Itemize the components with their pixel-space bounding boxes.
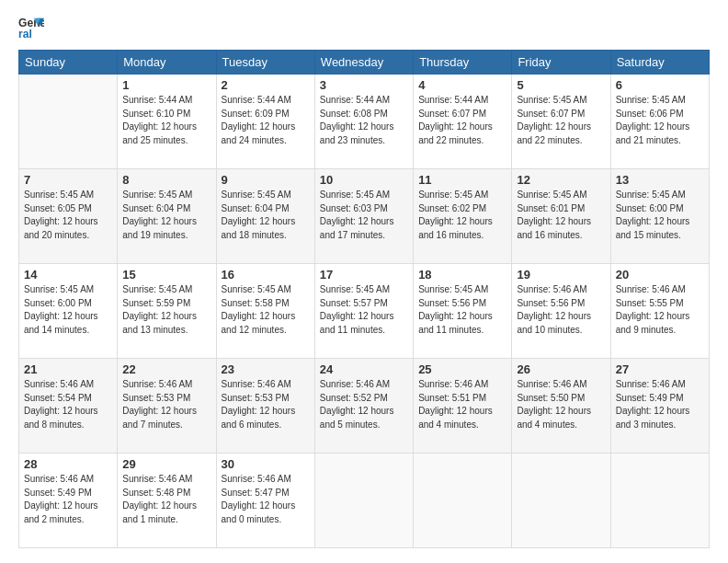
day-info: Sunrise: 5:45 AM Sunset: 6:03 PM Dayligh…	[320, 189, 408, 242]
calendar-cell: 6Sunrise: 5:45 AM Sunset: 6:06 PM Daylig…	[610, 75, 709, 169]
calendar-cell: 3Sunrise: 5:44 AM Sunset: 6:08 PM Daylig…	[314, 75, 413, 169]
day-number: 9	[222, 173, 310, 187]
day-number: 29	[122, 457, 210, 471]
day-info: Sunrise: 5:45 AM Sunset: 6:00 PM Dayligh…	[616, 189, 704, 242]
day-number: 14	[24, 268, 112, 282]
calendar-cell: 7Sunrise: 5:45 AM Sunset: 6:05 PM Daylig…	[19, 169, 118, 264]
day-number: 26	[517, 362, 605, 376]
calendar-cell: 15Sunrise: 5:45 AM Sunset: 5:59 PM Dayli…	[118, 264, 216, 359]
day-info: Sunrise: 5:44 AM Sunset: 6:10 PM Dayligh…	[122, 94, 210, 147]
day-number: 2	[222, 78, 310, 92]
day-number: 27	[616, 362, 704, 376]
day-number: 20	[616, 268, 704, 282]
calendar-cell	[512, 454, 610, 548]
calendar-cell: 2Sunrise: 5:44 AM Sunset: 6:09 PM Daylig…	[216, 75, 314, 169]
day-number: 8	[122, 173, 210, 187]
day-number: 3	[320, 78, 408, 92]
day-info: Sunrise: 5:45 AM Sunset: 5:58 PM Dayligh…	[222, 283, 310, 337]
calendar-cell: 16Sunrise: 5:45 AM Sunset: 5:58 PM Dayli…	[216, 264, 314, 359]
logo: Gene ral	[18, 15, 48, 40]
calendar-cell: 29Sunrise: 5:46 AM Sunset: 5:48 PM Dayli…	[118, 454, 216, 548]
calendar-cell: 21Sunrise: 5:46 AM Sunset: 5:54 PM Dayli…	[19, 359, 118, 454]
day-number: 19	[517, 268, 605, 282]
calendar-cell	[414, 454, 512, 548]
day-number: 18	[418, 268, 506, 282]
day-number: 25	[418, 362, 506, 376]
calendar: SundayMondayTuesdayWednesdayThursdayFrid…	[18, 50, 710, 548]
day-info: Sunrise: 5:45 AM Sunset: 6:00 PM Dayligh…	[24, 283, 112, 337]
calendar-cell: 24Sunrise: 5:46 AM Sunset: 5:52 PM Dayli…	[314, 359, 413, 454]
calendar-cell: 20Sunrise: 5:46 AM Sunset: 5:55 PM Dayli…	[610, 264, 709, 359]
calendar-cell: 4Sunrise: 5:44 AM Sunset: 6:07 PM Daylig…	[414, 75, 512, 169]
svg-text:ral: ral	[18, 28, 32, 40]
day-info: Sunrise: 5:45 AM Sunset: 6:04 PM Dayligh…	[122, 189, 210, 242]
day-number: 16	[222, 268, 310, 282]
day-info: Sunrise: 5:46 AM Sunset: 5:51 PM Dayligh…	[418, 378, 506, 431]
day-number: 15	[122, 268, 210, 282]
day-info: Sunrise: 5:44 AM Sunset: 6:08 PM Dayligh…	[320, 94, 408, 147]
day-info: Sunrise: 5:46 AM Sunset: 5:53 PM Dayligh…	[122, 378, 210, 431]
day-info: Sunrise: 5:45 AM Sunset: 5:57 PM Dayligh…	[320, 283, 408, 337]
calendar-cell: 10Sunrise: 5:45 AM Sunset: 6:03 PM Dayli…	[314, 169, 413, 264]
day-info: Sunrise: 5:44 AM Sunset: 6:09 PM Dayligh…	[222, 94, 310, 147]
day-header-sunday: Sunday	[19, 51, 118, 75]
day-number: 4	[418, 78, 506, 92]
day-info: Sunrise: 5:45 AM Sunset: 5:56 PM Dayligh…	[418, 283, 506, 337]
day-info: Sunrise: 5:45 AM Sunset: 6:06 PM Dayligh…	[616, 94, 704, 147]
logo-icon: Gene ral	[18, 15, 44, 40]
day-number: 21	[24, 362, 112, 376]
day-info: Sunrise: 5:46 AM Sunset: 5:50 PM Dayligh…	[517, 378, 605, 431]
day-number: 11	[418, 173, 506, 187]
day-info: Sunrise: 5:45 AM Sunset: 5:59 PM Dayligh…	[122, 283, 210, 337]
calendar-cell	[314, 454, 413, 548]
calendar-cell: 11Sunrise: 5:45 AM Sunset: 6:02 PM Dayli…	[414, 169, 512, 264]
calendar-cell: 27Sunrise: 5:46 AM Sunset: 5:49 PM Dayli…	[610, 359, 709, 454]
calendar-cell	[19, 75, 118, 169]
calendar-cell: 23Sunrise: 5:46 AM Sunset: 5:53 PM Dayli…	[216, 359, 314, 454]
day-number: 12	[517, 173, 605, 187]
day-number: 23	[222, 362, 310, 376]
calendar-cell: 25Sunrise: 5:46 AM Sunset: 5:51 PM Dayli…	[414, 359, 512, 454]
day-info: Sunrise: 5:46 AM Sunset: 5:48 PM Dayligh…	[122, 473, 210, 526]
day-info: Sunrise: 5:45 AM Sunset: 6:05 PM Dayligh…	[24, 189, 112, 242]
day-info: Sunrise: 5:44 AM Sunset: 6:07 PM Dayligh…	[418, 94, 506, 147]
day-info: Sunrise: 5:46 AM Sunset: 5:47 PM Dayligh…	[222, 473, 310, 526]
day-number: 22	[122, 362, 210, 376]
calendar-cell: 14Sunrise: 5:45 AM Sunset: 6:00 PM Dayli…	[19, 264, 118, 359]
day-number: 6	[616, 78, 704, 92]
day-number: 5	[517, 78, 605, 92]
calendar-cell: 19Sunrise: 5:46 AM Sunset: 5:56 PM Dayli…	[512, 264, 610, 359]
day-number: 17	[320, 268, 408, 282]
day-number: 28	[24, 457, 112, 471]
calendar-cell: 8Sunrise: 5:45 AM Sunset: 6:04 PM Daylig…	[118, 169, 216, 264]
day-info: Sunrise: 5:46 AM Sunset: 5:49 PM Dayligh…	[616, 378, 704, 431]
calendar-cell: 18Sunrise: 5:45 AM Sunset: 5:56 PM Dayli…	[414, 264, 512, 359]
calendar-cell: 13Sunrise: 5:45 AM Sunset: 6:00 PM Dayli…	[610, 169, 709, 264]
day-number: 7	[24, 173, 112, 187]
day-number: 13	[616, 173, 704, 187]
calendar-cell: 9Sunrise: 5:45 AM Sunset: 6:04 PM Daylig…	[216, 169, 314, 264]
day-header-saturday: Saturday	[610, 51, 709, 75]
day-info: Sunrise: 5:46 AM Sunset: 5:54 PM Dayligh…	[24, 378, 112, 431]
day-number: 24	[320, 362, 408, 376]
calendar-cell: 22Sunrise: 5:46 AM Sunset: 5:53 PM Dayli…	[118, 359, 216, 454]
calendar-cell: 28Sunrise: 5:46 AM Sunset: 5:49 PM Dayli…	[19, 454, 118, 548]
calendar-cell: 5Sunrise: 5:45 AM Sunset: 6:07 PM Daylig…	[512, 75, 610, 169]
day-info: Sunrise: 5:45 AM Sunset: 6:01 PM Dayligh…	[517, 189, 605, 242]
day-info: Sunrise: 5:46 AM Sunset: 5:52 PM Dayligh…	[320, 378, 408, 431]
day-info: Sunrise: 5:45 AM Sunset: 6:07 PM Dayligh…	[517, 94, 605, 147]
day-header-friday: Friday	[512, 51, 610, 75]
calendar-cell: 26Sunrise: 5:46 AM Sunset: 5:50 PM Dayli…	[512, 359, 610, 454]
calendar-cell: 17Sunrise: 5:45 AM Sunset: 5:57 PM Dayli…	[314, 264, 413, 359]
day-info: Sunrise: 5:45 AM Sunset: 6:04 PM Dayligh…	[222, 189, 310, 242]
calendar-cell: 12Sunrise: 5:45 AM Sunset: 6:01 PM Dayli…	[512, 169, 610, 264]
day-info: Sunrise: 5:45 AM Sunset: 6:02 PM Dayligh…	[418, 189, 506, 242]
calendar-cell: 1Sunrise: 5:44 AM Sunset: 6:10 PM Daylig…	[118, 75, 216, 169]
day-header-wednesday: Wednesday	[314, 51, 413, 75]
day-info: Sunrise: 5:46 AM Sunset: 5:53 PM Dayligh…	[222, 378, 310, 431]
day-number: 1	[122, 78, 210, 92]
day-header-tuesday: Tuesday	[216, 51, 314, 75]
day-number: 30	[222, 457, 310, 471]
calendar-cell	[610, 454, 709, 548]
day-header-monday: Monday	[118, 51, 216, 75]
